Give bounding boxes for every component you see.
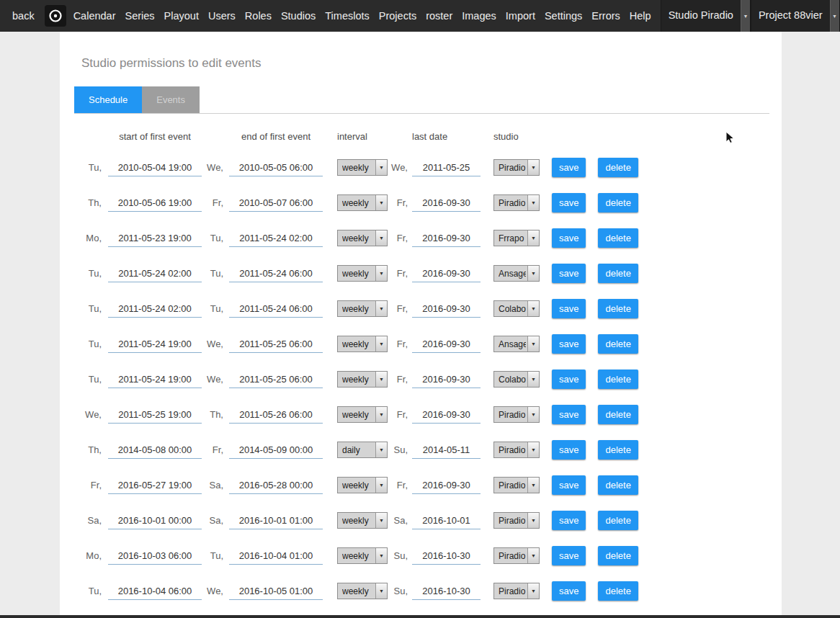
- save-button[interactable]: save: [552, 440, 586, 460]
- start-datetime-input[interactable]: [108, 159, 202, 176]
- interval-select[interactable]: weekly: [337, 300, 388, 317]
- row-studio-select[interactable]: Piradio: [493, 159, 540, 176]
- nav-item-errors[interactable]: Errors: [591, 10, 620, 22]
- save-button[interactable]: save: [552, 475, 586, 495]
- end-datetime-input[interactable]: [229, 159, 323, 176]
- interval-select[interactable]: weekly: [337, 583, 388, 599]
- last-date-input[interactable]: [412, 371, 481, 388]
- save-button[interactable]: save: [552, 299, 586, 318]
- delete-button[interactable]: delete: [598, 511, 638, 530]
- start-datetime-input[interactable]: [108, 336, 202, 353]
- start-datetime-input[interactable]: [108, 194, 202, 212]
- end-datetime-input[interactable]: [229, 442, 323, 459]
- delete-button[interactable]: delete: [598, 264, 638, 283]
- start-datetime-input[interactable]: [108, 442, 202, 459]
- save-button[interactable]: save: [552, 370, 586, 389]
- start-datetime-input[interactable]: [108, 371, 202, 388]
- delete-button[interactable]: delete: [598, 405, 638, 424]
- row-studio-select[interactable]: Piradio: [493, 512, 540, 529]
- delete-button[interactable]: delete: [598, 440, 638, 460]
- start-datetime-input[interactable]: [108, 265, 202, 282]
- nav-item-series[interactable]: Series: [125, 10, 154, 22]
- tab-events[interactable]: Events: [142, 86, 200, 113]
- row-studio-select[interactable]: Piradio: [493, 442, 540, 458]
- row-studio-select[interactable]: Piradio: [493, 583, 540, 599]
- save-button[interactable]: save: [552, 228, 586, 248]
- save-button[interactable]: save: [552, 405, 586, 424]
- nav-item-users[interactable]: Users: [208, 10, 236, 22]
- end-datetime-input[interactable]: [229, 194, 323, 212]
- last-date-input[interactable]: [412, 406, 481, 424]
- back-link[interactable]: back: [12, 10, 35, 22]
- start-datetime-input[interactable]: [108, 583, 202, 600]
- delete-button[interactable]: delete: [598, 370, 638, 389]
- start-datetime-input[interactable]: [108, 406, 202, 424]
- last-date-input[interactable]: [412, 336, 481, 353]
- end-datetime-input[interactable]: [229, 406, 323, 424]
- last-date-input[interactable]: [412, 265, 481, 282]
- end-datetime-input[interactable]: [229, 547, 323, 565]
- nav-item-roles[interactable]: Roles: [245, 10, 272, 22]
- end-datetime-input[interactable]: [229, 371, 323, 388]
- row-studio-select[interactable]: Piradio: [493, 547, 540, 564]
- studio-select[interactable]: Studio Piradio ▼: [661, 0, 751, 32]
- interval-select[interactable]: daily: [337, 442, 388, 458]
- row-studio-select[interactable]: Ansage: [493, 336, 540, 352]
- interval-select[interactable]: weekly: [337, 477, 388, 493]
- interval-select[interactable]: weekly: [337, 194, 388, 211]
- save-button[interactable]: save: [552, 158, 586, 177]
- interval-select[interactable]: weekly: [337, 336, 388, 352]
- row-studio-select[interactable]: Frrapo: [493, 230, 540, 246]
- delete-button[interactable]: delete: [598, 299, 638, 318]
- interval-select[interactable]: weekly: [337, 547, 388, 564]
- row-studio-select[interactable]: Ansage: [493, 265, 540, 282]
- nav-item-calendar[interactable]: Calendar: [73, 10, 116, 22]
- tab-schedule[interactable]: Schedule: [74, 86, 142, 113]
- interval-select[interactable]: weekly: [337, 265, 388, 282]
- save-button[interactable]: save: [552, 193, 586, 212]
- row-studio-select[interactable]: Piradio: [493, 477, 540, 493]
- nav-item-studios[interactable]: Studios: [281, 10, 316, 22]
- nav-item-roster[interactable]: roster: [426, 10, 452, 22]
- save-button[interactable]: save: [552, 334, 586, 354]
- delete-button[interactable]: delete: [598, 581, 638, 601]
- save-button[interactable]: save: [552, 581, 586, 601]
- end-datetime-input[interactable]: [229, 583, 323, 600]
- nav-item-import[interactable]: Import: [506, 10, 535, 22]
- row-studio-select[interactable]: Piradio: [493, 406, 540, 423]
- start-datetime-input[interactable]: [108, 477, 202, 494]
- nav-item-timeslots[interactable]: Timeslots: [325, 10, 370, 22]
- save-button[interactable]: save: [552, 511, 586, 530]
- row-studio-select[interactable]: Colabo: [493, 300, 540, 317]
- delete-button[interactable]: delete: [598, 193, 638, 212]
- interval-select[interactable]: weekly: [337, 512, 388, 529]
- save-button[interactable]: save: [552, 264, 586, 283]
- end-datetime-input[interactable]: [229, 300, 323, 318]
- row-studio-select[interactable]: Piradio: [493, 194, 540, 211]
- interval-select[interactable]: weekly: [337, 159, 388, 176]
- last-date-input[interactable]: [412, 230, 481, 247]
- interval-select[interactable]: weekly: [337, 406, 388, 423]
- last-date-input[interactable]: [412, 477, 481, 494]
- delete-button[interactable]: delete: [598, 228, 638, 248]
- delete-button[interactable]: delete: [598, 334, 638, 354]
- start-datetime-input[interactable]: [108, 230, 202, 247]
- end-datetime-input[interactable]: [229, 265, 323, 282]
- row-studio-select[interactable]: Colabo: [493, 371, 540, 388]
- interval-select[interactable]: weekly: [337, 371, 388, 388]
- project-select[interactable]: Project 88vier ▼: [751, 0, 840, 32]
- start-datetime-input[interactable]: [108, 300, 202, 318]
- last-date-input[interactable]: [412, 512, 481, 529]
- start-datetime-input[interactable]: [108, 512, 202, 529]
- last-date-input[interactable]: [412, 583, 481, 600]
- save-button[interactable]: save: [552, 546, 586, 565]
- nav-item-images[interactable]: Images: [462, 10, 496, 22]
- last-date-input[interactable]: [412, 159, 481, 176]
- end-datetime-input[interactable]: [229, 336, 323, 353]
- nav-item-settings[interactable]: Settings: [545, 10, 582, 22]
- end-datetime-input[interactable]: [229, 230, 323, 247]
- end-datetime-input[interactable]: [229, 512, 323, 529]
- last-date-input[interactable]: [412, 300, 481, 318]
- end-datetime-input[interactable]: [229, 477, 323, 494]
- nav-item-playout[interactable]: Playout: [164, 10, 199, 22]
